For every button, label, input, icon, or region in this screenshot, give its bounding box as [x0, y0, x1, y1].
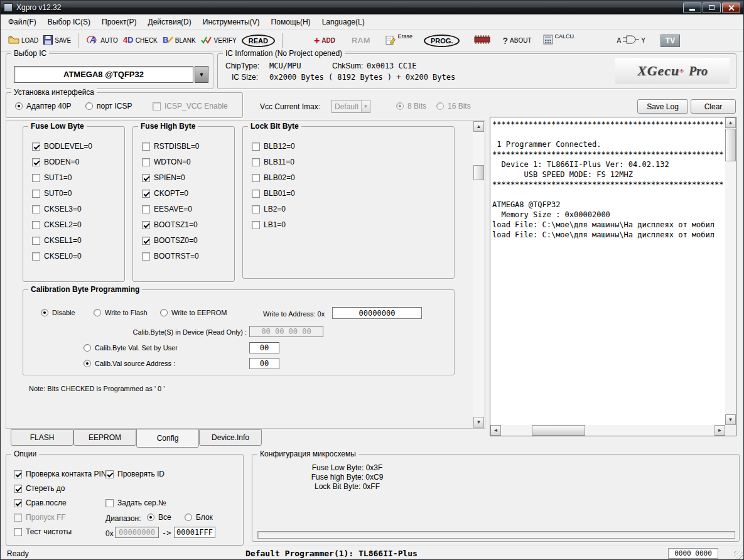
- progress-bar: [257, 531, 735, 539]
- minimize-button[interactable]: [683, 3, 701, 13]
- tab-device-info[interactable]: Device.Info: [199, 429, 262, 446]
- scroll-right-icon[interactable]: ►: [714, 425, 725, 436]
- menu-actions[interactable]: Действия(D): [143, 15, 197, 29]
- scrollbar-thumb[interactable]: [473, 165, 484, 180]
- menu-select-ic[interactable]: Выбор IC(S): [42, 15, 96, 29]
- calib-source-input[interactable]: [249, 358, 279, 369]
- logic-test-button[interactable]: A Y: [615, 33, 648, 48]
- log-horizontal-scrollbar[interactable]: ◄ ►: [490, 425, 725, 436]
- fuse-checkbox[interactable]: BOOTSZ0=0: [142, 236, 199, 245]
- fuse-checkbox[interactable]: EESAVE=0: [142, 205, 199, 213]
- calib-user-input[interactable]: [249, 342, 279, 353]
- lock-checkbox[interactable]: BLB02=0: [252, 173, 295, 182]
- load-button[interactable]: LOAD: [6, 34, 41, 47]
- serial-number-checkbox[interactable]: Задать сер.№: [105, 498, 166, 507]
- scroll-up-icon[interactable]: ▲: [473, 121, 484, 132]
- calibration-disable-radio[interactable]: Disable: [41, 309, 75, 316]
- menu-tools[interactable]: Инструменты(V): [197, 15, 266, 29]
- calib-source-radio[interactable]: Calib.Val source Address :: [84, 360, 175, 367]
- icsp-vcc-checkbox[interactable]: ICSP_VCC Enable: [153, 102, 228, 110]
- lock-checkbox[interactable]: LB1=0: [252, 220, 295, 229]
- config-panel-scrollbar[interactable]: ▲ ▼: [473, 121, 484, 428]
- lock-checkbox[interactable]: BLB01=0: [252, 189, 295, 198]
- scroll-up-icon[interactable]: ▲: [725, 117, 736, 128]
- tab-config[interactable]: Config: [136, 429, 199, 448]
- fuse-checkbox[interactable]: CKSEL0=0: [32, 252, 92, 261]
- range-to-input[interactable]: [174, 527, 215, 538]
- fuse-checkbox[interactable]: SUT0=0: [32, 189, 92, 198]
- write-address-input[interactable]: [332, 307, 422, 319]
- range-from-input[interactable]: [115, 527, 159, 538]
- write-flash-radio[interactable]: Write to Flash: [94, 309, 148, 316]
- resize-grip[interactable]: [734, 551, 743, 560]
- ic-select-dropdown-button[interactable]: ▼: [195, 66, 208, 83]
- scroll-left-icon[interactable]: ◄: [490, 425, 501, 436]
- about-button[interactable]: ? ABOUT: [500, 35, 534, 47]
- skip-ff-checkbox[interactable]: Пропуск FF: [14, 513, 66, 522]
- fuse-checkbox[interactable]: CKOPT=0: [142, 189, 199, 198]
- maximize-button[interactable]: [703, 3, 721, 13]
- icsp-port-radio[interactable]: порт ICSP: [85, 102, 132, 110]
- calib-user-radio[interactable]: Calib.Byte Val. Set by User: [84, 344, 178, 352]
- ram-button[interactable]: RAM: [349, 35, 373, 46]
- tab-eeprom[interactable]: EEPROM: [73, 429, 136, 446]
- fuse-checkbox[interactable]: WDTON=0: [142, 158, 199, 166]
- fuse-checkbox[interactable]: BODEN=0: [32, 158, 92, 166]
- blank-check-checkbox[interactable]: Тест чистоты: [14, 527, 72, 536]
- save-log-button[interactable]: Save Log: [637, 99, 688, 114]
- menu-language[interactable]: Language(L): [316, 15, 370, 29]
- scrollbar-thumb[interactable]: [725, 129, 736, 161]
- adapter-40p-radio[interactable]: Адаптер 40P: [15, 102, 72, 110]
- checkbox-label: WDTON=0: [154, 158, 191, 166]
- fuse-checkbox[interactable]: BODLEVEL=0: [32, 142, 92, 151]
- fuse-checkbox[interactable]: BOOTSZ1=0: [142, 220, 199, 229]
- auto-label: AUTO: [100, 37, 118, 44]
- clear-log-button[interactable]: Clear: [691, 99, 736, 114]
- log-vertical-scrollbar[interactable]: ▲ ▼: [725, 117, 736, 425]
- fuse-checkbox[interactable]: RSTDISBL=0: [142, 142, 199, 151]
- fuse-checkbox[interactable]: BOOTRST=0: [142, 252, 199, 261]
- lock-checkbox[interactable]: LB2=0: [252, 205, 295, 213]
- scroll-down-icon[interactable]: ▼: [473, 417, 484, 428]
- lock-checkbox[interactable]: BLB12=0: [252, 142, 295, 151]
- menu-project[interactable]: Проект(P): [96, 15, 143, 29]
- calculator-button[interactable]: CALCU.: [541, 33, 578, 48]
- save-button[interactable]: SAVE: [41, 34, 73, 48]
- verify-button[interactable]: VERIFY: [198, 34, 239, 48]
- erase-before-checkbox[interactable]: Стереть до: [14, 484, 65, 493]
- add-button[interactable]: + ADD: [311, 36, 338, 46]
- erase-button[interactable]: Erase: [383, 33, 416, 48]
- check-button[interactable]: 4D CHECK: [121, 34, 160, 48]
- close-button[interactable]: [722, 3, 740, 13]
- menu-file[interactable]: Файл(F): [3, 15, 42, 29]
- auto-button[interactable]: A AUTO: [84, 33, 121, 48]
- log-output[interactable]: ****************************************…: [492, 120, 724, 424]
- fuse-checkbox[interactable]: CKSEL3=0: [32, 205, 92, 213]
- fuse-checkbox[interactable]: SPIEN=0: [142, 173, 199, 182]
- lock-checkbox[interactable]: BLB11=0: [252, 158, 295, 166]
- ic-test-button[interactable]: [471, 33, 493, 48]
- blank-button[interactable]: B BLANK: [160, 34, 198, 48]
- bits16-radio[interactable]: 16 Bits: [436, 102, 471, 110]
- radio-icon: [396, 102, 404, 110]
- scroll-down-icon[interactable]: ▼: [725, 414, 736, 425]
- fuse-checkbox[interactable]: CKSEL2=0: [32, 220, 92, 229]
- check-id-icon: 4D: [123, 35, 134, 46]
- verify-after-checkbox[interactable]: Срав.после: [14, 498, 67, 507]
- vcc-current-select[interactable]: Default ▼: [332, 100, 370, 113]
- bits8-radio[interactable]: 8 Bits: [396, 102, 426, 110]
- write-eeprom-radio[interactable]: Write to EEPROM: [160, 309, 227, 316]
- fuse-checkbox[interactable]: CKSEL1=0: [32, 236, 92, 245]
- range-block-radio[interactable]: Блок: [185, 513, 213, 522]
- tab-flash[interactable]: FLASH: [11, 429, 73, 446]
- read-button[interactable]: READ: [239, 33, 278, 48]
- range-all-radio[interactable]: Все: [147, 513, 171, 522]
- pin-check-checkbox[interactable]: Проверка контакта PIN: [14, 470, 107, 478]
- scrollbar-thumb[interactable]: [532, 425, 585, 436]
- tv-button[interactable]: TV: [658, 33, 682, 48]
- ic-select-value[interactable]: ATMEGA8 @TQFP32: [14, 66, 193, 83]
- fuse-checkbox[interactable]: SUT1=0: [32, 173, 92, 182]
- prog-button[interactable]: PROG.: [421, 33, 462, 48]
- check-id-checkbox[interactable]: Проверять ID: [105, 470, 164, 478]
- menu-help[interactable]: Помощь(H): [266, 15, 316, 29]
